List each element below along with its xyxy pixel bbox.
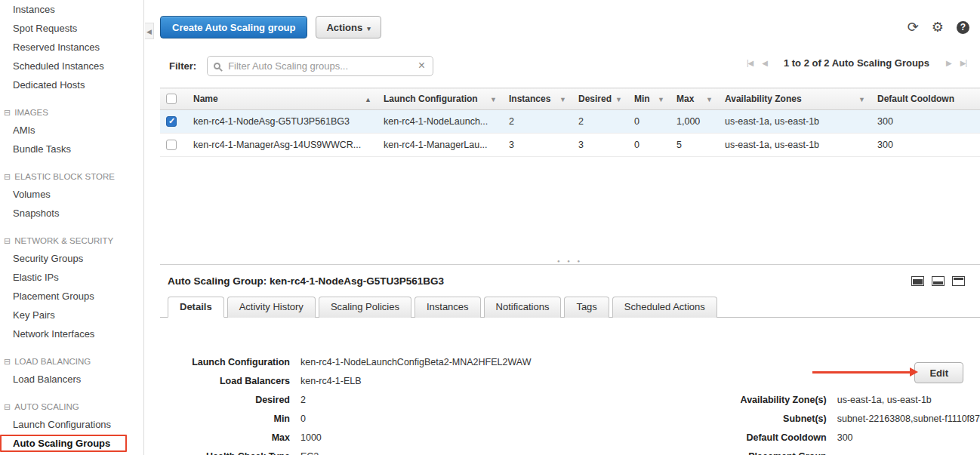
cell-min: 0 <box>628 110 670 134</box>
sidebar-item-reserved-instances[interactable]: Reserved Instances <box>0 38 143 57</box>
sidebar-item-snapshots[interactable]: Snapshots <box>0 204 143 223</box>
field-label: Subnet(s) <box>578 410 837 429</box>
sidebar-item-instances[interactable]: Instances <box>0 0 143 19</box>
expand-panel-icon[interactable] <box>911 276 924 286</box>
sidebar-item-security-groups[interactable]: Security Groups <box>0 249 143 268</box>
sidebar-section-images[interactable]: ⊟IMAGES <box>0 104 143 121</box>
sidebar-section-label: NETWORK & SECURITY <box>14 236 113 245</box>
clear-filter-icon[interactable]: × <box>417 60 427 72</box>
edit-button[interactable]: Edit <box>914 362 963 383</box>
column-label: Instances <box>509 94 550 104</box>
prev-page-icon[interactable]: ◀ <box>757 59 772 67</box>
detail-tabs: Details Activity History Scaling Policie… <box>160 297 980 318</box>
actions-button[interactable]: Actions▾ <box>316 16 381 38</box>
column-header-availability-zones[interactable]: Availability Zones ▼ <box>719 88 871 110</box>
sidebar-item-launch-configurations[interactable]: Launch Configurations <box>0 415 143 434</box>
sidebar-item-network-interfaces[interactable]: Network Interfaces <box>0 324 143 343</box>
panel-resize-handle[interactable] <box>555 259 585 266</box>
column-header-launch-configuration[interactable]: Launch Configuration ▼ <box>378 88 503 110</box>
section-collapse-icon: ⊟ <box>4 357 11 366</box>
sidebar-item-amis[interactable]: AMIs <box>0 121 143 140</box>
select-all-checkbox[interactable] <box>166 94 177 104</box>
sidebar-collapse-icon[interactable]: ◀ <box>145 23 154 39</box>
column-header-instances[interactable]: Instances ▼ <box>503 88 572 110</box>
field-label: Load Balancers <box>160 372 300 391</box>
tab-scheduled-actions[interactable]: Scheduled Actions <box>612 297 717 318</box>
search-icon <box>214 63 220 69</box>
sidebar-item-volumes[interactable]: Volumes <box>0 185 143 204</box>
field-row: Min 0 <box>160 410 578 429</box>
filter-label: Filter: <box>169 60 196 72</box>
column-header-name[interactable]: Name ▲ <box>187 88 378 110</box>
column-header-desired[interactable]: Desired ▼ <box>572 88 628 110</box>
sidebar-item-bundle-tasks[interactable]: Bundle Tasks <box>0 140 143 158</box>
detail-panel: Auto Scaling Group: ken-rc4-1-NodeAsg-G5… <box>160 264 980 455</box>
column-label: Launch Configuration <box>384 94 478 104</box>
cell-instances: 3 <box>503 134 572 157</box>
sidebar-item-dedicated-hosts[interactable]: Dedicated Hosts <box>0 75 143 94</box>
sidebar-item-load-balancers[interactable]: Load Balancers <box>0 370 143 389</box>
refresh-icon[interactable]: ⟳ <box>908 20 919 34</box>
gear-icon[interactable]: ⚙ <box>932 20 944 34</box>
sidebar-section-network-security[interactable]: ⊟NETWORK & SECURITY <box>0 232 143 249</box>
table-row[interactable]: ken-rc4-1-NodeAsg-G5TU3P561BG3 ken-rc4-1… <box>160 110 980 134</box>
split-panel-icon[interactable] <box>932 276 945 286</box>
sidebar-gutter: ◀ <box>143 0 154 455</box>
main-content: Create Auto Scaling group Actions▾ ⟳ ⚙ ?… <box>154 0 980 455</box>
column-header-min[interactable]: Min ▼ <box>628 88 670 110</box>
filter-input[interactable] <box>227 60 417 72</box>
tab-activity-history[interactable]: Activity History <box>227 297 316 318</box>
sidebar-item-scheduled-instances[interactable]: Scheduled Instances <box>0 57 143 75</box>
sidebar-item-placement-groups[interactable]: Placement Groups <box>0 287 143 306</box>
sidebar-item-key-pairs[interactable]: Key Pairs <box>0 306 143 324</box>
actions-label: Actions <box>326 22 362 33</box>
field-label: Min <box>160 410 300 429</box>
detail-header: Auto Scaling Group: ken-rc4-1-NodeAsg-G5… <box>160 265 980 297</box>
section-collapse-icon: ⊟ <box>4 172 11 181</box>
ec2-console: Instances Spot Requests Reserved Instanc… <box>0 0 980 455</box>
cell-desired: 2 <box>572 110 628 134</box>
field-row: Load Balancers ken-rc4-1-ELB <box>160 372 578 391</box>
field-row: Max 1000 <box>160 429 578 447</box>
panel-layout-controls <box>911 276 965 286</box>
table-row[interactable]: ken-rc4-1-ManagerAsg-14US9WWCR... ken-rc… <box>160 134 980 157</box>
tab-instances[interactable]: Instances <box>414 297 481 318</box>
column-label: Min <box>634 94 650 104</box>
cell-name: ken-rc4-1-ManagerAsg-14US9WWCR... <box>187 134 378 157</box>
first-page-icon[interactable]: |◀ <box>742 59 757 67</box>
column-label: Name <box>193 94 218 104</box>
field-value: 0 <box>300 410 306 429</box>
sidebar-item-spot-requests[interactable]: Spot Requests <box>0 19 143 38</box>
section-collapse-icon: ⊟ <box>4 108 11 117</box>
tab-scaling-policies[interactable]: Scaling Policies <box>319 297 411 318</box>
filter-bar: Filter: × |◀ ◀ 1 to 2 of 2 Auto Scaling … <box>160 55 980 76</box>
cell-max: 5 <box>670 134 719 157</box>
sidebar-item-elastic-ips[interactable]: Elastic IPs <box>0 268 143 287</box>
row-select-cell <box>160 134 187 157</box>
collapse-panel-icon[interactable] <box>952 276 965 286</box>
sidebar-section-load-balancing[interactable]: ⊟LOAD BALANCING <box>0 353 143 370</box>
cell-desired: 3 <box>572 134 628 157</box>
last-page-icon[interactable]: ▶| <box>956 59 971 67</box>
column-label: Availability Zones <box>725 94 802 104</box>
field-value: EC2 <box>300 447 319 455</box>
field-row: Default Cooldown 300 <box>578 429 980 447</box>
sidebar-item-auto-scaling-groups[interactable]: Auto Scaling Groups <box>0 435 127 452</box>
field-label: Default Cooldown <box>578 429 837 447</box>
column-header-max[interactable]: Max ▼ <box>670 88 719 110</box>
field-row: Placement Group <box>578 447 980 455</box>
create-auto-scaling-group-button[interactable]: Create Auto Scaling group <box>160 16 307 38</box>
next-page-icon[interactable]: ▶ <box>941 59 956 67</box>
tab-notifications[interactable]: Notifications <box>484 297 562 318</box>
chevron-down-icon: ▼ <box>490 96 497 103</box>
sidebar-section-elastic-block-store[interactable]: ⊟ELASTIC BLOCK STORE <box>0 168 143 185</box>
column-header-default-cooldown[interactable]: Default Cooldown <box>871 88 980 110</box>
help-icon[interactable]: ? <box>957 21 969 34</box>
sidebar-section-auto-scaling[interactable]: ⊟AUTO SCALING <box>0 398 143 415</box>
tab-details[interactable]: Details <box>168 297 224 318</box>
sidebar-section-label: LOAD BALANCING <box>14 357 91 366</box>
tab-tags[interactable]: Tags <box>564 297 609 318</box>
row-checkbox[interactable] <box>166 140 177 150</box>
column-label: Desired <box>578 94 612 104</box>
row-checkbox-checked[interactable] <box>166 116 177 127</box>
